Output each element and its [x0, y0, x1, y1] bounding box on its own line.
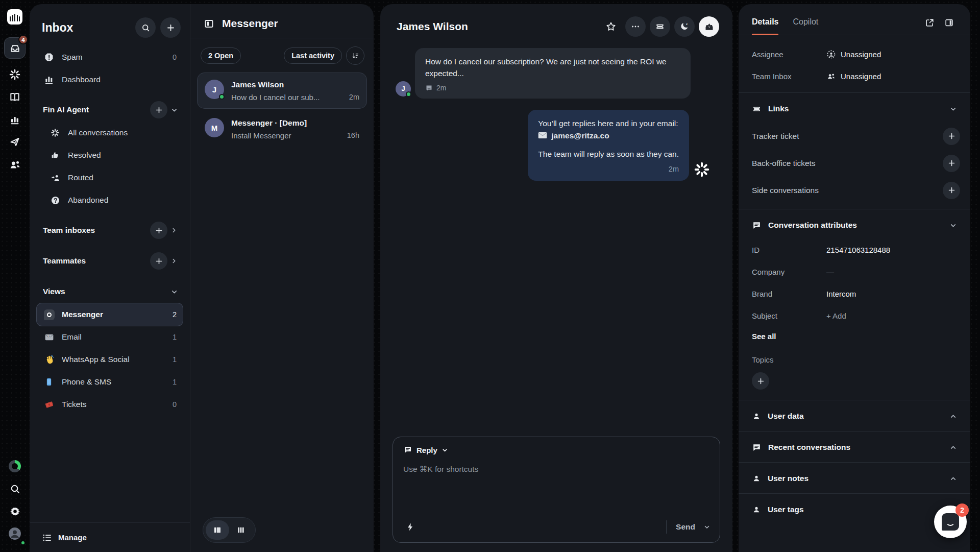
reply-mode-selector[interactable]: Reply [403, 445, 709, 454]
chevron-right-icon[interactable] [167, 252, 181, 270]
layout-columns-option[interactable] [229, 520, 253, 540]
section-title: Recent conversations [768, 443, 949, 452]
close-conversation-button[interactable] [699, 16, 719, 37]
chevron-down-icon[interactable] [167, 101, 181, 118]
sidebar-new-button[interactable] [160, 17, 181, 38]
section-title: Fin AI Agent [43, 105, 147, 114]
links-section-header[interactable]: Links [739, 95, 970, 123]
sidebar-item-dashboard[interactable]: Dashboard [37, 68, 183, 91]
avatar: J [396, 81, 411, 97]
recent-conversations-section[interactable]: Recent conversations [739, 434, 970, 461]
sidebar-item-all-conversations[interactable]: All conversations [37, 122, 183, 144]
chevron-down-icon[interactable] [167, 283, 181, 300]
section-title: User tags [768, 505, 957, 514]
intercom-logo-icon[interactable] [7, 9, 22, 25]
teammates-add-button[interactable] [150, 252, 167, 270]
rail-contacts-button[interactable] [5, 153, 25, 176]
sidebar-item-abandoned[interactable]: Abandoned [37, 189, 183, 211]
open-filter-pill[interactable]: 2 Open [201, 47, 241, 64]
more-options-button[interactable] [625, 16, 646, 37]
sidebar-search-button[interactable] [135, 17, 156, 38]
sort-order-button[interactable] [346, 46, 364, 65]
rail-inbox-button[interactable]: 4 [5, 38, 25, 58]
team-inboxes-add-button[interactable] [150, 222, 167, 239]
section-fin-ai-agent: Fin AI Agent [37, 98, 183, 122]
messenger-launcher-button[interactable]: 2 [934, 506, 967, 538]
snooze-button[interactable]: z [674, 16, 695, 37]
envelope-icon [538, 132, 547, 139]
conversation-time: 2m [349, 93, 359, 102]
rail-outbound-button[interactable] [5, 131, 25, 153]
rail-knowledge-button[interactable] [5, 86, 25, 108]
rail-search-button[interactable] [5, 477, 25, 500]
sidebar-item-resolved[interactable]: Resolved [37, 144, 183, 166]
send-options-button[interactable] [703, 523, 710, 531]
chevron-up-icon[interactable] [949, 413, 957, 420]
sidebar-item-spam[interactable]: Spam 0 [37, 46, 183, 68]
sidebar-view-messenger[interactable]: Messenger 2 [37, 303, 183, 326]
link-label: Tracker ticket [752, 132, 940, 141]
section-teammates: Teammates [37, 249, 183, 273]
search-icon [9, 483, 21, 495]
chat-panel: James Wilson z J How do I cancel our sub… [380, 4, 732, 552]
add-subject-button[interactable]: + Add [826, 311, 846, 320]
sidebar-view-email[interactable]: E Email 1 [37, 326, 183, 348]
svg-text:z: z [686, 22, 688, 26]
sidebar-item-label: Routed [68, 173, 177, 182]
conversation-row-james-wilson[interactable]: J James Wilson How do I cancel our sub..… [198, 73, 366, 108]
sort-filter-pill[interactable]: Last activity [284, 47, 342, 64]
rail-usage-button[interactable] [5, 455, 25, 477]
rail-settings-button[interactable] [5, 500, 25, 522]
star-button[interactable] [601, 16, 621, 37]
open-in-new-button[interactable] [921, 14, 938, 31]
shortcuts-lightning-button[interactable] [402, 519, 419, 535]
user-data-section[interactable]: User data [739, 402, 970, 430]
composer-input[interactable]: Use ⌘K for shortcuts [403, 465, 709, 474]
ticket-icon [655, 21, 665, 32]
chevron-right-icon[interactable] [167, 222, 181, 239]
conversation-attributes-header[interactable]: Conversation attributes [739, 211, 970, 239]
conversation-row-messenger-demo[interactable]: M Messenger · [Demo] Install Messenger 1… [198, 111, 366, 147]
inbox-unread-badge: 4 [18, 35, 28, 44]
rail-fin-button[interactable] [5, 63, 25, 86]
chevron-down-icon[interactable] [949, 105, 957, 113]
collapse-panel-icon[interactable] [203, 17, 215, 30]
see-all-link[interactable]: See all [739, 327, 970, 348]
layout-split-option[interactable] [206, 520, 229, 540]
section-title: Views [43, 287, 167, 296]
sidebar-item-label: All conversations [68, 128, 177, 137]
fin-add-button[interactable] [150, 101, 167, 118]
reply-composer[interactable]: Reply Use ⌘K for shortcuts Send [393, 437, 720, 543]
add-topic-button[interactable] [752, 372, 769, 390]
rail-profile-button[interactable] [5, 522, 25, 545]
chevron-up-icon[interactable] [949, 475, 957, 483]
sidebar-view-whatsapp-social[interactable]: WhatsApp & Social 1 [37, 348, 183, 371]
tab-copilot[interactable]: Copilot [793, 14, 818, 35]
sidebar-item-label: Abandoned [68, 196, 177, 205]
chevron-down-icon[interactable] [949, 222, 957, 229]
attribute-row-id: ID 215471063128488 [739, 239, 970, 261]
assignee-row[interactable]: Assignee Unassigned [739, 43, 970, 65]
send-button[interactable]: Send [676, 522, 695, 532]
sidebar-title: Inbox [42, 21, 135, 35]
tab-details[interactable]: Details [752, 14, 778, 35]
add-tracker-ticket-button[interactable] [943, 128, 960, 145]
sidebar-view-tickets[interactable]: Tickets 0 [37, 393, 183, 416]
user-notes-section[interactable]: User notes [739, 465, 970, 492]
manage-button[interactable]: Manage [30, 522, 190, 552]
sidebar-item-label: WhatsApp & Social [62, 355, 173, 364]
close-inbox-icon [704, 21, 715, 32]
side-panel-toggle-button[interactable] [941, 14, 957, 31]
ellipsis-icon [630, 21, 641, 32]
add-back-office-ticket-button[interactable] [943, 155, 960, 172]
sidebar-view-phone-sms[interactable]: Phone & SMS 1 [37, 371, 183, 393]
sidebar-item-routed[interactable]: Routed [37, 166, 183, 189]
chevron-up-icon[interactable] [949, 444, 957, 451]
add-side-conversation-button[interactable] [943, 182, 960, 199]
sidebar-item-label: Phone & SMS [62, 377, 173, 387]
create-ticket-button[interactable] [650, 16, 670, 37]
rail-reports-button[interactable] [5, 108, 25, 131]
team-inbox-row[interactable]: Team Inbox Unassigned [739, 65, 970, 87]
dashboard-icon [43, 75, 55, 85]
attribute-row-subject[interactable]: Subject + Add [739, 305, 970, 327]
